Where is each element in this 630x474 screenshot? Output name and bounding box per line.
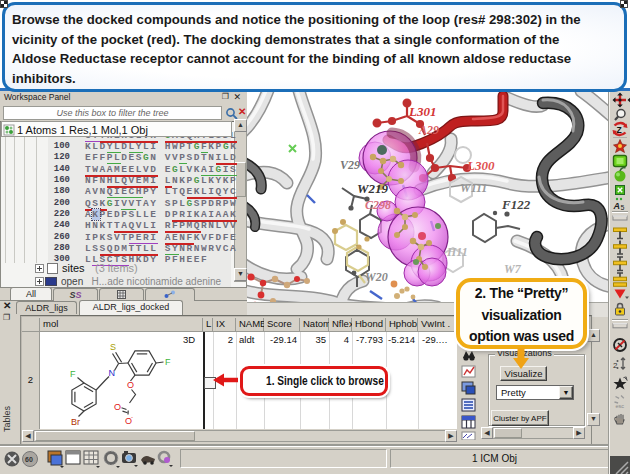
svg-text:F: F (70, 369, 76, 379)
svg-text:W7: W7 (504, 262, 522, 276)
svg-text:S: S (110, 342, 116, 352)
svg-text:L300: L300 (466, 158, 495, 173)
svg-text:L301: L301 (408, 104, 436, 119)
svg-text:5: 5 (621, 204, 625, 211)
svg-text:A: A (613, 201, 621, 211)
svg-text:F: F (165, 357, 171, 367)
svg-text:W111: W111 (460, 181, 487, 195)
svg-text:Br: Br (71, 417, 80, 427)
svg-text:60: 60 (25, 456, 33, 463)
svg-text:F122: F122 (501, 197, 531, 212)
svg-text:A29: A29 (418, 123, 439, 137)
svg-text:O: O (114, 402, 121, 412)
svg-text:W219: W219 (357, 181, 389, 196)
svg-text:Z: Z (617, 125, 622, 135)
svg-text:H11: H11 (446, 245, 468, 259)
svg-text:-: - (131, 414, 133, 420)
svg-text:O: O (127, 380, 134, 390)
svg-text:V29: V29 (340, 158, 360, 172)
svg-text:N: N (109, 368, 116, 378)
svg-text:C298: C298 (365, 198, 391, 212)
svg-text:esc: esc (616, 403, 625, 409)
svg-text:W20: W20 (365, 270, 388, 284)
